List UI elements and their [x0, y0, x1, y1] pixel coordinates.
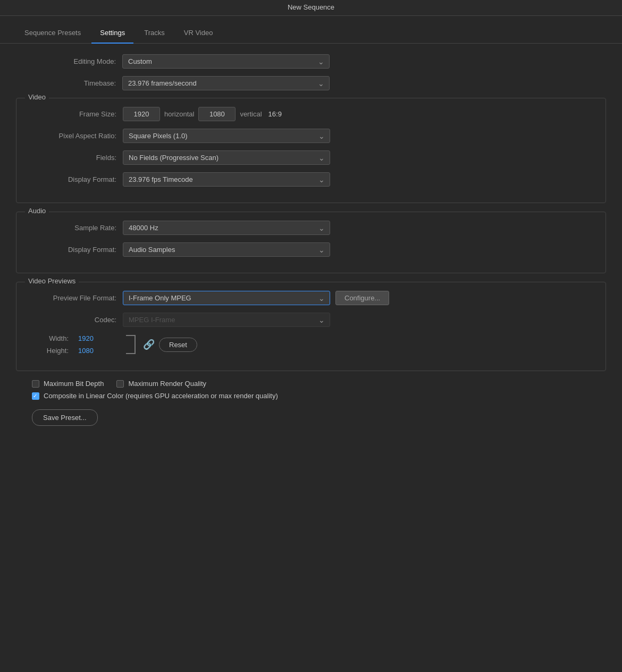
video-display-format-row: Display Format: 23.976 fps Timecode	[16, 172, 606, 187]
tab-tracks[interactable]: Tracks	[136, 24, 173, 43]
codec-row: Codec: MPEG I-Frame	[16, 313, 606, 327]
height-row: Height: 1080	[16, 347, 123, 355]
pixel-aspect-ratio-wrapper: Square Pixels (1.0)	[123, 129, 330, 143]
video-section: Video Frame Size: 1920 horizontal 1080 v…	[16, 98, 606, 203]
editing-mode-dropdown-wrapper: Custom	[122, 54, 330, 69]
max-bit-depth-label[interactable]: Maximum Bit Depth	[44, 380, 104, 388]
audio-section-label: Audio	[25, 207, 49, 215]
audio-display-format-label: Display Format:	[16, 246, 123, 254]
frame-height-input[interactable]: 1080	[198, 107, 236, 121]
sample-rate-dropdown[interactable]: 48000 Hz	[123, 221, 330, 235]
composite-linear-checkbox[interactable]	[32, 392, 39, 400]
tab-settings[interactable]: Settings	[91, 24, 133, 43]
link-bracket	[126, 335, 136, 354]
width-row: Width: 1920	[16, 334, 123, 342]
main-content: Editing Mode: Custom Timebase: 23.976 fr…	[0, 44, 622, 436]
video-display-format-wrapper: 23.976 fps Timecode	[123, 172, 330, 187]
fields-wrapper: No Fields (Progressive Scan)	[123, 150, 330, 165]
horizontal-label: horizontal	[164, 110, 194, 118]
max-bit-depth-checkbox[interactable]	[32, 380, 39, 388]
vertical-label: vertical	[240, 110, 262, 118]
dimensions-row: Width: 1920 Height: 1080 🔗 Reset	[16, 334, 606, 355]
tabs-bar: Sequence Presets Settings Tracks VR Vide…	[0, 16, 622, 44]
dialog-container: Sequence Presets Settings Tracks VR Vide…	[0, 16, 622, 672]
sample-rate-row: Sample Rate: 48000 Hz	[16, 221, 606, 235]
fields-dropdown[interactable]: No Fields (Progressive Scan)	[123, 150, 330, 165]
sample-rate-label: Sample Rate:	[16, 224, 123, 232]
timebase-dropdown[interactable]: 23.976 frames/second	[122, 76, 330, 90]
audio-section: Audio Sample Rate: 48000 Hz Display Form…	[16, 212, 606, 273]
editing-mode-dropdown[interactable]: Custom	[122, 54, 330, 69]
dialog-title: New Sequence	[288, 3, 334, 11]
video-display-format-dropdown[interactable]: 23.976 fps Timecode	[123, 172, 330, 187]
frame-size-row: Frame Size: 1920 horizontal 1080 vertica…	[16, 107, 606, 121]
tab-vr-video[interactable]: VR Video	[175, 24, 222, 43]
preview-file-format-label: Preview File Format:	[16, 294, 123, 302]
video-display-format-label: Display Format:	[16, 175, 123, 183]
audio-display-format-dropdown[interactable]: Audio Samples	[123, 242, 330, 257]
pixel-aspect-ratio-dropdown[interactable]: Square Pixels (1.0)	[123, 129, 330, 143]
configure-button[interactable]: Configure...	[335, 291, 389, 305]
bracket-top	[126, 335, 136, 345]
editing-mode-label: Editing Mode:	[16, 57, 122, 65]
width-value: 1920	[78, 334, 94, 342]
checkboxes-container: Maximum Bit Depth Maximum Render Quality…	[16, 380, 606, 400]
height-value: 1080	[78, 347, 94, 355]
codec-dropdown[interactable]: MPEG I-Frame	[123, 313, 330, 327]
pixel-aspect-ratio-label: Pixel Aspect Ratio:	[16, 132, 123, 140]
sample-rate-wrapper: 48000 Hz	[123, 221, 330, 235]
video-previews-label: Video Previews	[25, 277, 79, 285]
pixel-aspect-ratio-row: Pixel Aspect Ratio: Square Pixels (1.0)	[16, 129, 606, 143]
timebase-row: Timebase: 23.976 frames/second	[16, 76, 606, 90]
video-section-label: Video	[25, 93, 49, 101]
codec-wrapper: MPEG I-Frame	[123, 313, 330, 327]
editing-mode-row: Editing Mode: Custom	[16, 54, 606, 69]
codec-label: Codec:	[16, 316, 123, 324]
bracket-bottom	[126, 345, 136, 354]
height-label: Height:	[16, 347, 75, 355]
preview-file-format-wrapper: I-Frame Only MPEG	[123, 291, 330, 305]
width-label: Width:	[16, 334, 75, 342]
max-render-quality-label[interactable]: Maximum Render Quality	[128, 380, 206, 388]
max-render-quality-checkbox[interactable]	[116, 380, 124, 388]
preview-file-format-dropdown[interactable]: I-Frame Only MPEG	[123, 291, 330, 305]
link-icon[interactable]: 🔗	[143, 339, 155, 350]
aspect-ratio: 16:9	[268, 110, 282, 118]
title-bar: New Sequence	[0, 0, 622, 16]
composite-linear-label[interactable]: Composite in Linear Color (requires GPU …	[44, 392, 278, 400]
checkbox-row-composite: Composite in Linear Color (requires GPU …	[16, 392, 606, 400]
frame-width-input[interactable]: 1920	[123, 107, 160, 121]
save-preset-button[interactable]: Save Preset...	[32, 409, 98, 426]
frame-size-controls: 1920 horizontal 1080 vertical 16:9	[123, 107, 282, 121]
fields-label: Fields:	[16, 154, 123, 162]
timebase-dropdown-wrapper: 23.976 frames/second	[122, 76, 330, 90]
checkbox-row-max-bit-depth: Maximum Bit Depth Maximum Render Quality	[16, 380, 606, 388]
dims-labels-col: Width: 1920 Height: 1080	[16, 334, 123, 355]
reset-button[interactable]: Reset	[159, 338, 197, 352]
audio-display-format-row: Display Format: Audio Samples	[16, 242, 606, 257]
timebase-label: Timebase:	[16, 79, 122, 87]
frame-size-label: Frame Size:	[16, 110, 123, 118]
tab-sequence-presets[interactable]: Sequence Presets	[16, 24, 89, 43]
fields-row: Fields: No Fields (Progressive Scan)	[16, 150, 606, 165]
video-previews-section: Video Previews Preview File Format: I-Fr…	[16, 282, 606, 371]
audio-display-format-wrapper: Audio Samples	[123, 242, 330, 257]
preview-file-format-row: Preview File Format: I-Frame Only MPEG C…	[16, 291, 606, 305]
